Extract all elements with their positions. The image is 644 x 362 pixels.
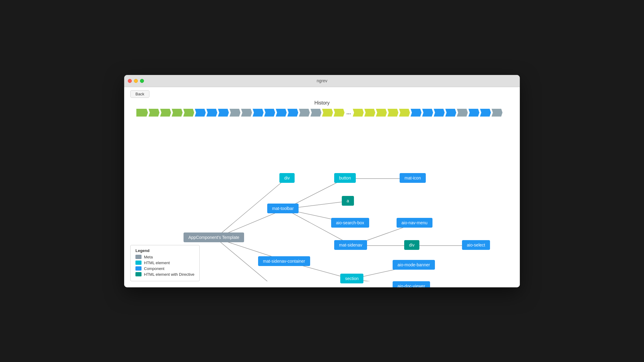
history-segment[interactable] — [468, 109, 479, 117]
legend-color-meta — [135, 255, 142, 259]
node-div-sidenav[interactable]: div — [404, 240, 419, 250]
legend-item-html: HTML element — [135, 261, 194, 265]
legend-color-html — [135, 261, 142, 265]
diagram-area: AppComponent's Template div mat-toolbar … — [130, 123, 514, 281]
history-segment[interactable] — [253, 109, 264, 117]
history-segment[interactable] — [334, 109, 345, 117]
traffic-lights — [128, 79, 144, 83]
legend-color-directive — [135, 272, 142, 276]
node-section[interactable]: section — [340, 274, 363, 283]
history-segment[interactable] — [353, 109, 364, 117]
history-segment[interactable] — [411, 109, 422, 117]
history-segment[interactable] — [322, 109, 333, 117]
history-segment[interactable] — [229, 109, 240, 117]
history-segment[interactable] — [299, 109, 310, 117]
history-segment[interactable] — [422, 109, 433, 117]
node-aio-nav-menu[interactable]: aio-nav-menu — [397, 218, 432, 228]
legend-color-component — [135, 266, 142, 271]
titlebar: ngrev — [124, 75, 520, 87]
history-segment[interactable] — [399, 109, 410, 117]
node-button[interactable]: button — [334, 173, 356, 183]
history-segment[interactable] — [206, 109, 217, 117]
legend-label-html: HTML element — [144, 261, 170, 265]
history-segment[interactable] — [264, 109, 275, 117]
history-segment[interactable] — [183, 109, 194, 117]
history-segment[interactable] — [434, 109, 445, 117]
history-segment[interactable] — [241, 109, 252, 117]
node-app-component[interactable]: AppComponent's Template — [184, 232, 244, 242]
history-segment[interactable] — [172, 109, 183, 117]
close-button[interactable] — [128, 79, 132, 83]
legend-item-meta: Meta — [135, 255, 194, 259]
history-segment[interactable] — [387, 109, 398, 117]
content-area: Back History ... — [124, 87, 520, 287]
legend-item-directive: HTML element with Directive — [135, 272, 194, 277]
legend-label-meta: Meta — [144, 255, 153, 259]
history-segment[interactable] — [492, 109, 502, 117]
history-dots: ... — [345, 109, 352, 116]
history-segment[interactable] — [276, 109, 287, 117]
app-window: ngrev Back History ... — [124, 75, 520, 287]
back-button[interactable]: Back — [130, 90, 149, 98]
maximize-button[interactable] — [140, 79, 144, 83]
node-mat-sidenav-container[interactable]: mat-sidenav-container — [258, 256, 310, 266]
history-segment[interactable] — [160, 109, 171, 117]
legend-title: Legend — [135, 248, 194, 253]
node-aio-search-box[interactable]: aio-search-box — [331, 218, 369, 228]
history-segment[interactable] — [287, 109, 298, 117]
node-aio-doc-viewer[interactable]: aio-doc-viewer — [393, 281, 430, 287]
legend-label-component: Component — [144, 266, 164, 271]
node-mat-icon[interactable]: mat-icon — [400, 173, 426, 183]
node-a[interactable]: a — [342, 196, 354, 206]
history-segment[interactable] — [310, 109, 321, 117]
legend-label-directive: HTML element with Directive — [144, 272, 194, 277]
history-segment[interactable] — [195, 109, 206, 117]
node-mat-toolbar[interactable]: mat-toolbar — [267, 204, 299, 213]
history-segment[interactable] — [445, 109, 456, 117]
history-bar: ... — [130, 109, 514, 117]
window-title: ngrev — [317, 78, 327, 83]
legend-item-component: Component — [135, 266, 194, 271]
history-segment[interactable] — [218, 109, 229, 117]
history-segment[interactable] — [480, 109, 491, 117]
minimize-button[interactable] — [134, 79, 138, 83]
history-title: History — [130, 100, 514, 106]
history-segment[interactable] — [376, 109, 387, 117]
node-aio-select[interactable]: aio-select — [462, 240, 490, 250]
history-segment[interactable] — [364, 109, 375, 117]
history-segment[interactable] — [136, 109, 148, 117]
history-segment[interactable] — [149, 109, 159, 117]
node-aio-mode-banner[interactable]: aio-mode-banner — [393, 260, 435, 270]
legend: Legend Meta HTML element Component HTML … — [130, 245, 200, 281]
node-div-top[interactable]: div — [279, 173, 295, 183]
history-segment[interactable] — [457, 109, 468, 117]
node-mat-sidenav[interactable]: mat-sidenav — [334, 240, 367, 250]
